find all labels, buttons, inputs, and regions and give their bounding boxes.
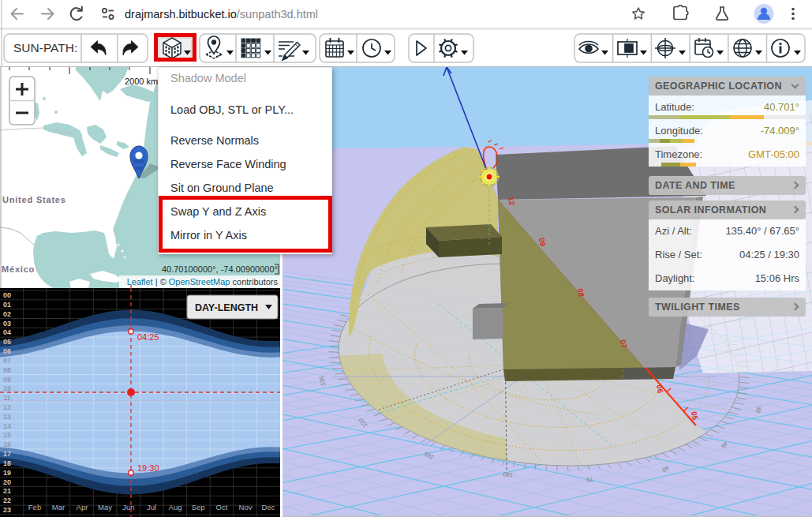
svg-text:México: México (2, 264, 35, 274)
svg-text:03: 03 (3, 320, 11, 328)
svg-text:06: 06 (3, 347, 11, 355)
svg-text:19: 19 (3, 469, 11, 477)
svg-text:17: 17 (3, 450, 11, 458)
svg-text:18: 18 (3, 459, 11, 467)
svg-text:Mar: Mar (52, 503, 65, 511)
svg-text:13: 13 (3, 413, 11, 421)
svg-text:Aug: Aug (169, 503, 182, 511)
svg-text:United States: United States (2, 195, 66, 204)
svg-text:07: 07 (619, 339, 629, 348)
svg-text:15: 15 (3, 431, 11, 439)
svg-text:01: 01 (3, 301, 11, 309)
svg-text:Jul: Jul (147, 503, 156, 511)
svg-text:12: 12 (507, 196, 517, 205)
svg-text:Apr: Apr (77, 503, 88, 511)
svg-text:Leaflet | © OpenStreetMap cont: Leaflet | © OpenStreetMap contributors (127, 277, 279, 287)
svg-text:2000 km: 2000 km (125, 77, 158, 86)
svg-text:08: 08 (3, 366, 11, 374)
svg-text:Dec: Dec (262, 503, 275, 511)
svg-text:08: 08 (576, 287, 586, 297)
svg-text:SUN-PATH:: SUN-PATH: (13, 41, 77, 54)
svg-text:23: 23 (3, 506, 11, 514)
svg-text:Jun: Jun (122, 503, 134, 511)
svg-text:21: 21 (3, 487, 11, 495)
svg-text:04:25: 04:25 (137, 332, 159, 342)
svg-text:19:30: 19:30 (137, 463, 159, 473)
svg-text:Feb: Feb (28, 503, 41, 511)
svg-text:05: 05 (3, 338, 11, 346)
svg-text:Sep: Sep (192, 503, 205, 511)
svg-text:00: 00 (3, 291, 11, 299)
svg-text:40.70100000°, -74.00900000°: 40.70100000°, -74.00900000° (162, 264, 278, 274)
svg-text:07: 07 (3, 357, 11, 365)
svg-text:14: 14 (3, 422, 11, 430)
svg-text:09: 09 (537, 237, 548, 246)
svg-text:Oct: Oct (216, 503, 228, 511)
svg-text:02: 02 (3, 310, 11, 318)
svg-text:10: 10 (3, 384, 11, 392)
svg-text:09: 09 (3, 376, 11, 384)
svg-text:04: 04 (3, 328, 11, 336)
svg-text:DAY-LENGTH: DAY-LENGTH (195, 302, 258, 313)
svg-text:22: 22 (3, 496, 11, 504)
svg-text:20: 20 (3, 478, 11, 486)
svg-text:16: 16 (3, 440, 11, 448)
svg-text:12: 12 (3, 403, 11, 411)
svg-text:Nov: Nov (239, 503, 253, 511)
svg-text:drajmarsh.bitbucket.io/sunpath: drajmarsh.bitbucket.io/sunpath3d.html (125, 8, 318, 21)
svg-text:May: May (98, 503, 112, 511)
svg-text:06: 06 (655, 384, 665, 393)
svg-text:75: 75 (586, 475, 594, 483)
